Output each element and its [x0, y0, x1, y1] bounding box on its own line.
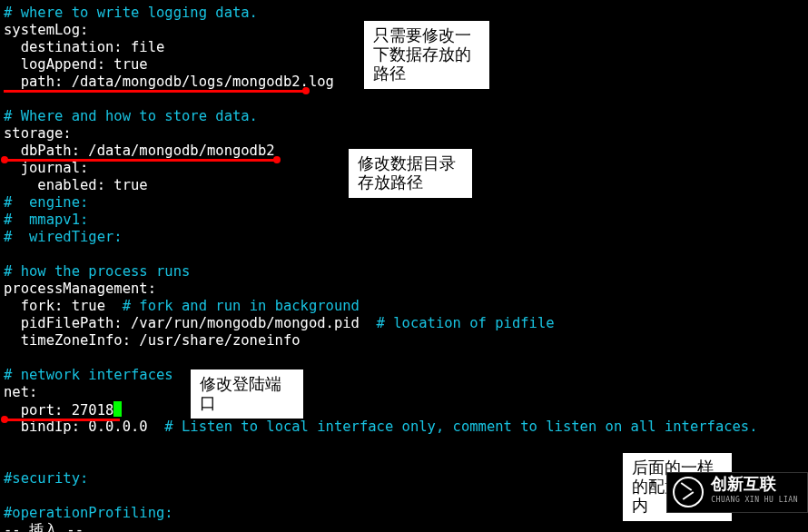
- code-text: destination: file: [4, 39, 164, 55]
- highlight-dot-icon: [1, 156, 8, 163]
- code-line[interactable]: fork: true # fork and run in background: [4, 298, 758, 315]
- highlight-dot-icon: [273, 156, 281, 163]
- code-text: systemLog:: [4, 22, 88, 38]
- code-line[interactable]: # how the process runs: [4, 263, 758, 281]
- highlight-underline: [4, 159, 280, 162]
- code-text: -- 插入 --: [4, 522, 84, 532]
- code-line[interactable]: net:: [4, 384, 758, 401]
- highlight-underline: [4, 90, 309, 93]
- code-line[interactable]: pidFilePath: /var/run/mongodb/mongod.pid…: [4, 315, 758, 332]
- annotation-callout: 修改数据目录存放路径: [348, 148, 473, 199]
- watermark-text-cn: 创新互联: [711, 477, 798, 491]
- code-line[interactable]: [4, 246, 758, 263]
- comment-text: #operationProfiling:: [4, 505, 173, 521]
- annotation-callout: 修改登陆端口: [190, 369, 304, 419]
- code-line[interactable]: [4, 91, 758, 108]
- code-text: net:: [4, 384, 37, 400]
- comment-text: # fork and run in background: [123, 298, 360, 314]
- code-text: port: 27018: [4, 402, 113, 419]
- comment-text: # wiredTiger:: [4, 229, 123, 245]
- code-line[interactable]: port: 27018: [4, 401, 758, 419]
- highlight-underline: [4, 419, 120, 421]
- code-text: dbPath: /data/mongodb/mongodb2: [4, 143, 275, 159]
- comment-text: # location of pidfile: [377, 315, 555, 331]
- code-line[interactable]: [4, 436, 758, 453]
- comment-text: # network interfaces: [4, 367, 173, 383]
- code-text: path: /data/mongodb/logs/mongodb2.log: [4, 74, 334, 90]
- comment-text: # Listen to local interface only, commen…: [164, 419, 757, 435]
- code-line[interactable]: # wiredTiger:: [4, 229, 758, 246]
- code-line[interactable]: processManagement:: [4, 281, 758, 298]
- comment-text: # how the process runs: [4, 263, 190, 280]
- comment-text: # Where and how to store data.: [4, 108, 258, 124]
- code-line[interactable]: -- 插入 --: [4, 522, 758, 532]
- comment-text: #security:: [4, 470, 88, 487]
- text-cursor: [113, 401, 122, 417]
- highlight-dot-icon: [302, 87, 310, 94]
- highlight-dot-icon: [1, 416, 8, 423]
- watermark-text-en: CHUANG XIN HU LIAN: [711, 491, 798, 508]
- code-line[interactable]: [4, 350, 758, 367]
- code-text: logAppend: true: [4, 56, 148, 73]
- annotation-callout: 只需要修改一下数据存放的路径: [363, 20, 490, 90]
- code-text: processManagement:: [4, 281, 156, 297]
- code-text: timeZoneInfo: /usr/share/zoneinfo: [4, 332, 301, 349]
- code-line[interactable]: # network interfaces: [4, 367, 758, 384]
- code-line[interactable]: storage:: [4, 125, 758, 143]
- watermark-logo-icon: [673, 477, 704, 507]
- comment-text: # where to write logging data.: [4, 5, 258, 21]
- code-text: storage:: [4, 125, 72, 142]
- code-line[interactable]: # mmapv1:: [4, 212, 758, 229]
- comment-text: # mmapv1:: [4, 212, 88, 228]
- watermark: 创新互联 CHUANG XIN HU LIAN: [666, 472, 808, 512]
- code-text: pidFilePath: /var/run/mongodb/mongod.pid: [4, 315, 377, 331]
- code-line[interactable]: timeZoneInfo: /usr/share/zoneinfo: [4, 332, 758, 350]
- code-text: journal:: [4, 160, 88, 176]
- comment-text: # engine:: [4, 194, 88, 211]
- code-text: fork: true: [4, 298, 123, 314]
- code-line[interactable]: # Where and how to store data.: [4, 108, 758, 125]
- code-text: enabled: true: [4, 177, 148, 193]
